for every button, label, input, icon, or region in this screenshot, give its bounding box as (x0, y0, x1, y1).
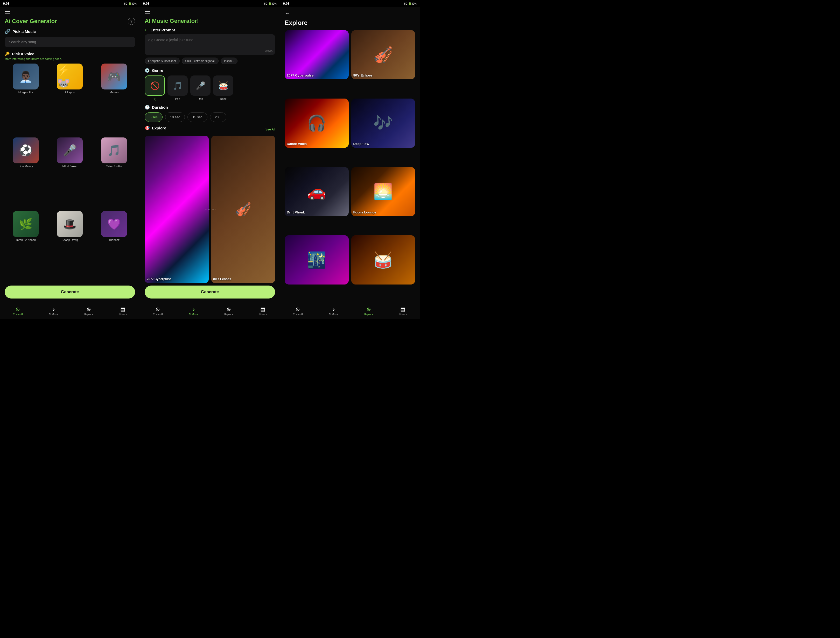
voice-item-thanos[interactable]: 💜 Thanosz (93, 211, 135, 283)
explore-card-deepflow[interactable]: 🎶 DeepFlow (351, 98, 415, 148)
nav-cover-ai-2[interactable]: ⊙ Cover AI (153, 306, 163, 316)
explore-section-icon: 🎯 (145, 125, 150, 130)
genre-name-rock: Rock (220, 97, 226, 100)
back-button[interactable]: ← (285, 10, 415, 17)
pick-voice-label: Pick a Voice (12, 52, 34, 56)
panel2-title: AI Music Generator! (145, 17, 275, 24)
genre-pop[interactable]: 🎵 Pop (167, 76, 188, 101)
status-icons-2: 5G 🔋89% (264, 2, 276, 5)
explore-card-2077[interactable]: 2077 Cyberpulse (285, 30, 349, 79)
genre-box-pop: 🎵 (167, 76, 188, 96)
duration-20sec[interactable]: 20... (210, 112, 226, 122)
panel-explore: 9:08 5G 🔋89% ← Explore 2077 Cyberpulse 🎻… (280, 0, 420, 319)
explore-card-focus[interactable]: 🌅 Focus Lounge (351, 167, 415, 216)
ai-music-icon-2: ♪ (193, 306, 195, 312)
nav-library-3[interactable]: ▤ Library (399, 306, 407, 316)
genre-name-pop: Pop (175, 97, 180, 100)
generate-button-1[interactable]: Generate (5, 285, 135, 299)
pick-voice-row: 🔑 Pick a Voice (5, 51, 135, 56)
explore-card-80s[interactable]: 🎻 80's Echoes (351, 30, 415, 79)
tag-chill[interactable]: Chill Electronic Nightfall (182, 58, 219, 64)
voice-item-imran[interactable]: 🌿 Imran 92 Khaan (5, 211, 47, 283)
nav-label-cover-ai-1: Cover AI (13, 313, 23, 316)
genre-rock[interactable]: 🥁 Rock (213, 76, 233, 101)
cover-ai-icon-3: ⊙ (295, 306, 300, 312)
duration-15sec[interactable]: 15 sec (188, 112, 207, 122)
genre-section-header: 💿 Genre (145, 68, 275, 73)
prompt-placeholder: e.g Create a joyful jazz tune. (148, 38, 272, 42)
search-input[interactable]: Search any song (5, 37, 135, 47)
voice-name-morgan: Morgan Fre (18, 91, 33, 94)
time-2: 9:08 (143, 2, 149, 5)
duration-5sec[interactable]: 5 sec (145, 112, 163, 122)
hamburger-menu-2[interactable] (145, 10, 275, 13)
ai-music-icon-3: ♪ (332, 306, 335, 312)
app-title-1: Ai Cover Generator (5, 18, 57, 25)
help-button[interactable]: ? (128, 17, 135, 25)
explore-title-row: 🎯 Explore (145, 125, 166, 130)
panel2-content: AI Music Generator! ›_ Enter Prompt e.g … (140, 7, 280, 304)
panel-cover-ai: 9:08 5G 🔋89% Ai Cover Generator ? 🔗 Pick… (0, 0, 140, 319)
nav-cover-ai-1[interactable]: ⊙ Cover AI (13, 306, 23, 316)
explore-card-8[interactable]: 🥁 (351, 235, 415, 285)
voice-name-pikachu: Pikapoo (65, 91, 75, 94)
voice-item-pikachu[interactable]: ⚡🐭 Pikapoo (49, 63, 91, 135)
prompt-textarea[interactable]: e.g Create a joyful jazz tune. 0/200 (145, 34, 275, 55)
nav-explore-1[interactable]: ⊕ Explore (84, 306, 93, 316)
genre-rap[interactable]: 🎤 Rap (190, 76, 210, 101)
nav-explore-2[interactable]: ⊕ Explore (224, 306, 233, 316)
header-row-1: Ai Cover Generator ? (5, 17, 135, 25)
nav-label-library-3: Library (399, 313, 407, 316)
voice-item-mikal[interactable]: 🎤 Mikal Jaxon (49, 138, 91, 209)
explore-card-cyberpulse[interactable]: 2077 Cyberpulse (145, 136, 209, 283)
nav-ai-music-3[interactable]: ♪ AI Music (329, 306, 339, 316)
nav-ai-music-2[interactable]: ♪ AI Music (189, 306, 199, 316)
avatar-mikal: 🎤 (57, 138, 83, 163)
duration-10sec[interactable]: 10 sec (165, 112, 185, 122)
explore-icon-3: ⊕ (366, 306, 371, 312)
avatar-thanos: 💜 (101, 211, 127, 237)
explore-card-dance[interactable]: 🎧 Dance Vibes (285, 98, 349, 148)
duration-icon: 🕐 (145, 105, 150, 110)
nav-label-ai-music-3: AI Music (329, 313, 339, 316)
genre-title: Genre (152, 68, 163, 73)
prompt-counter: 0/200 (265, 50, 273, 53)
voice-item-messi[interactable]: ⚽ Lion Messy (5, 138, 47, 209)
voice-name-mikal: Mikal Jaxon (62, 165, 77, 168)
voice-item-mario[interactable]: 🎮 Marreo (93, 63, 135, 135)
explore-card-drift[interactable]: 🚗 Drift Phonk (285, 167, 349, 216)
card-art-focus: 🌅 (351, 167, 415, 216)
bottom-nav-1: ⊙ Cover AI ♪ AI Music ⊕ Explore ▤ Librar… (0, 304, 140, 319)
explore-card-echoes[interactable]: 🎻 80's Echoes (211, 136, 275, 283)
generate-button-2[interactable]: Generate (145, 285, 275, 299)
hamburger-menu-1[interactable] (5, 10, 135, 13)
duration-row: 5 sec 10 sec 15 sec 20... (145, 112, 275, 122)
prompt-label: Enter Prompt (150, 28, 175, 32)
card-label-drift: Drift Phonk (287, 211, 305, 214)
nav-cover-ai-3[interactable]: ⊙ Cover AI (293, 306, 303, 316)
nav-label-ai-music-1: AI Music (49, 313, 58, 316)
tag-energetic[interactable]: Energetic Sunset Jazz (145, 58, 180, 64)
voice-item-tailor[interactable]: 🎵 Tailor Swiftie (93, 138, 135, 209)
cyberpulse-label: 2077 Cyberpulse (147, 277, 171, 281)
avatar-messi: ⚽ (13, 138, 39, 163)
explore-cards-p2: 2077 Cyberpulse 🎻 80's Echoes rjshe.com (145, 136, 275, 283)
card-art-7: 🌃 (285, 235, 349, 285)
panel1-content: Ai Cover Generator ? 🔗 Pick a Music Sear… (0, 7, 140, 304)
nav-label-cover-ai-2: Cover AI (153, 313, 163, 316)
genre-box-rap: 🎤 (190, 76, 210, 96)
see-all-btn[interactable]: See All (265, 128, 275, 131)
voice-icon: 🔑 (5, 51, 10, 56)
pick-music-row: 🔗 Pick a Music (5, 28, 135, 34)
card-label-dance: Dance Vibes (287, 142, 307, 146)
nav-library-1[interactable]: ▤ Library (119, 306, 127, 316)
tag-inspiri[interactable]: Inspiri... (221, 58, 237, 64)
voice-item-morgan[interactable]: 👨🏿‍💼 Morgan Fre (5, 63, 47, 135)
card-art-deepflow: 🎶 (351, 98, 415, 148)
explore-card-7[interactable]: 🌃 (285, 235, 349, 285)
nav-explore-3[interactable]: ⊕ Explore (364, 306, 373, 316)
nav-library-2[interactable]: ▤ Library (259, 306, 267, 316)
nav-ai-music-1[interactable]: ♪ AI Music (49, 306, 58, 316)
genre-none[interactable]: 🚫 无 (145, 76, 165, 101)
voice-item-snoop[interactable]: 🎩 Snoop Dawg (49, 211, 91, 283)
